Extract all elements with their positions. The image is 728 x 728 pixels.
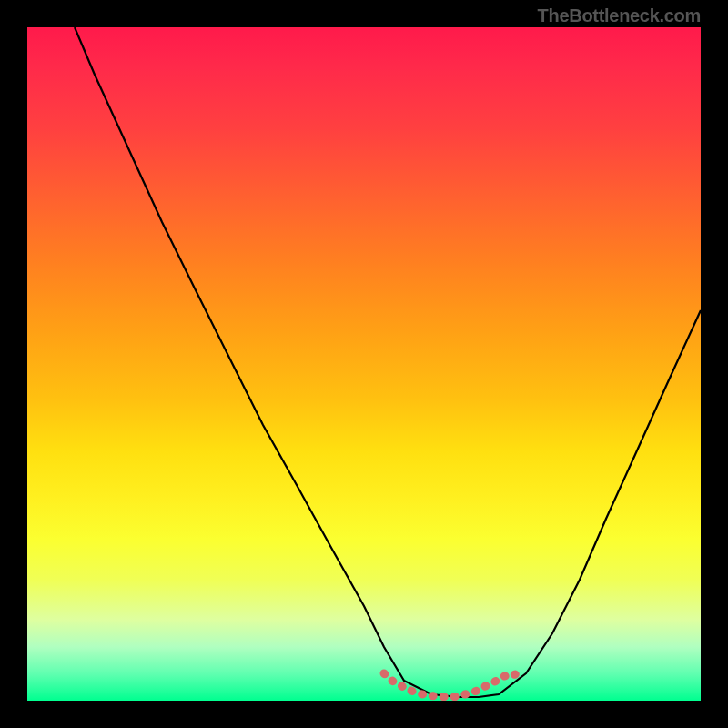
attribution-label: TheBottleneck.com (538, 5, 701, 26)
curve-overlay (27, 27, 701, 701)
bottleneck-curve-path (75, 27, 701, 697)
chart-container: TheBottleneck.com (0, 0, 728, 728)
plot-area (27, 27, 701, 701)
